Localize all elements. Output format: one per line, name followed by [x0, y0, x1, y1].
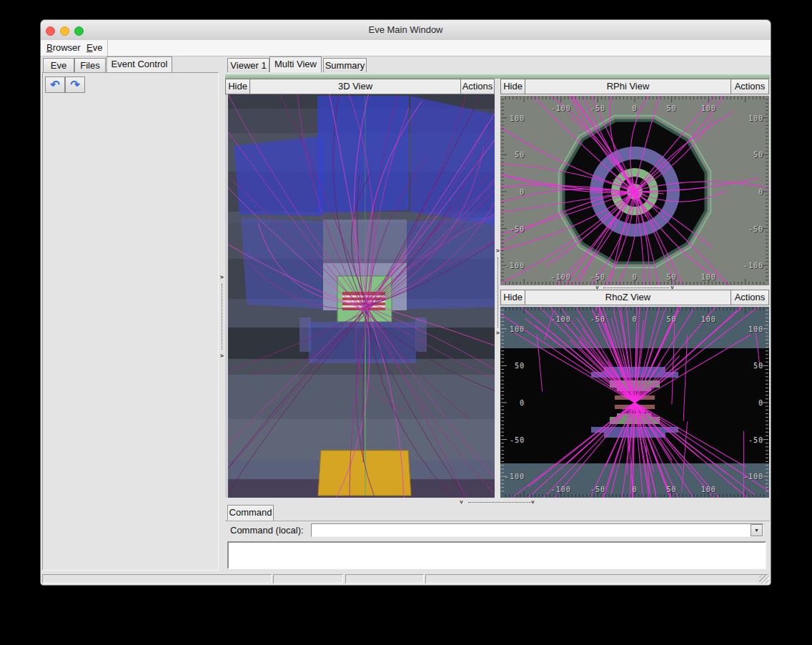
svg-text:50: 50 — [667, 273, 677, 281]
svg-text:-100: -100 — [743, 473, 763, 481]
3d-viewport[interactable] — [225, 94, 495, 498]
svg-text:50: 50 — [667, 315, 677, 323]
svg-text:100: 100 — [748, 114, 763, 122]
svg-text:0: 0 — [632, 486, 637, 493]
svg-text:-50: -50 — [590, 104, 605, 112]
command-output-textarea[interactable] — [227, 541, 766, 569]
event-control-panel: ↶ ↷ — [42, 72, 219, 571]
svg-text:-50: -50 — [590, 315, 605, 323]
svg-text:-50: -50 — [748, 225, 763, 233]
collapse-arrow-icon[interactable]: > — [220, 353, 224, 359]
window-title: Eve Main Window — [41, 20, 771, 40]
next-event-button[interactable]: ↷ — [65, 77, 85, 93]
collapse-arrow-icon[interactable]: > — [496, 330, 500, 336]
collapse-arrow-icon[interactable]: > — [220, 275, 224, 280]
rphi-viewport[interactable]: -100-100-100-100100100100100-50-50-50-50… — [500, 96, 769, 285]
svg-text:-100: -100 — [551, 315, 571, 323]
svg-text:100: 100 — [701, 315, 716, 323]
svg-text:-50: -50 — [510, 225, 525, 233]
svg-text:-100: -100 — [551, 486, 571, 493]
svg-text:0: 0 — [632, 315, 637, 323]
previous-event-button[interactable]: ↶ — [45, 77, 65, 93]
collapse-arrow-icon[interactable]: > — [496, 248, 500, 254]
svg-text:-100: -100 — [551, 273, 571, 281]
command-input[interactable] — [312, 525, 751, 536]
view-title-rhoz: RhoZ View — [525, 290, 731, 305]
splitter-dots — [497, 257, 499, 328]
tab-command[interactable]: Command — [227, 505, 274, 521]
tab-multi-view[interactable]: Multi View — [269, 56, 322, 72]
menu-item-browser[interactable]: Browser — [44, 40, 84, 56]
splitter-dots — [468, 502, 531, 503]
view-header-rphi: Hide RPhi View Actions — [500, 79, 769, 94]
status-section — [425, 574, 769, 584]
center-splitter[interactable]: > > — [495, 79, 500, 498]
collapse-arrow-icon[interactable]: > — [669, 286, 675, 290]
svg-text:-100: -100 — [505, 262, 525, 270]
svg-text:50: 50 — [667, 486, 677, 493]
multiview-frame-accent — [225, 74, 770, 79]
svg-text:100: 100 — [510, 114, 525, 122]
svg-text:-50: -50 — [590, 486, 605, 493]
view-header-3d: Hide 3D View Actions — [225, 79, 495, 94]
status-section — [273, 574, 343, 584]
undo-icon: ↶ — [50, 79, 59, 91]
hide-button-3d[interactable]: Hide — [226, 79, 250, 94]
splitter-dots — [222, 284, 223, 350]
chevron-down-icon: ▼ — [754, 528, 759, 533]
status-section — [345, 574, 424, 584]
tab-eve[interactable]: Eve — [43, 58, 74, 72]
svg-text:0: 0 — [520, 399, 525, 407]
svg-text:-50: -50 — [510, 436, 525, 444]
view-title-3d: 3D View — [250, 79, 460, 94]
svg-text:100: 100 — [701, 486, 716, 493]
collapse-arrow-icon[interactable]: > — [530, 501, 535, 504]
menu-item-eve[interactable]: Eve — [84, 40, 105, 56]
svg-text:-100: -100 — [551, 104, 571, 112]
view-title-rphi: RPhi View — [525, 79, 731, 94]
svg-text:50: 50 — [515, 362, 525, 370]
svg-text:0: 0 — [758, 399, 763, 407]
hide-button-rphi[interactable]: Hide — [501, 79, 525, 94]
svg-text:-100: -100 — [505, 473, 525, 481]
svg-text:0: 0 — [632, 273, 637, 281]
resize-grip[interactable] — [759, 574, 769, 584]
svg-text:50: 50 — [515, 151, 525, 159]
svg-text:0: 0 — [758, 188, 763, 196]
svg-text:100: 100 — [510, 325, 525, 333]
rhoz-viewport[interactable]: -100-100-100-100100100100100-50-50-50-50… — [500, 307, 769, 498]
status-bar — [41, 572, 771, 585]
tab-event-control[interactable]: Event Control — [107, 56, 172, 72]
redo-icon: ↷ — [70, 79, 79, 91]
left-splitter[interactable]: > > — [219, 72, 224, 571]
tab-viewer-1[interactable]: Viewer 1 — [227, 58, 269, 72]
svg-text:100: 100 — [748, 325, 763, 333]
command-combobox: ▼ — [311, 523, 763, 537]
tab-summary[interactable]: Summary — [323, 58, 367, 72]
bottom-splitter[interactable]: > > — [225, 499, 770, 505]
collapse-arrow-icon[interactable]: > — [458, 501, 464, 504]
actions-button-3d[interactable]: Actions — [460, 79, 494, 94]
actions-button-rhoz[interactable]: Actions — [731, 290, 768, 305]
menu-bar: Browser Eve — [41, 40, 771, 56]
svg-text:0: 0 — [632, 104, 637, 112]
view-header-rhoz: Hide RhoZ View Actions — [500, 290, 769, 305]
hide-button-rhoz[interactable]: Hide — [501, 290, 525, 305]
svg-text:-50: -50 — [590, 273, 605, 281]
svg-text:-100: -100 — [743, 262, 763, 270]
command-prompt-label: Command (local): — [230, 525, 304, 536]
svg-text:50: 50 — [753, 362, 763, 370]
svg-text:100: 100 — [701, 104, 716, 112]
svg-text:0: 0 — [520, 188, 525, 196]
svg-text:50: 50 — [753, 151, 763, 159]
status-section — [42, 574, 272, 584]
svg-text:-50: -50 — [748, 436, 763, 444]
svg-text:50: 50 — [667, 104, 677, 112]
tab-files[interactable]: Files — [74, 58, 106, 72]
actions-button-rphi[interactable]: Actions — [731, 79, 768, 94]
svg-text:100: 100 — [701, 273, 716, 281]
command-dropdown-button[interactable]: ▼ — [751, 524, 763, 536]
splitter-dots — [603, 287, 669, 289]
collapse-arrow-icon[interactable]: > — [594, 286, 600, 290]
eve-main-window: Eve Main Window Browser Eve Eve Files Ev… — [41, 20, 771, 585]
